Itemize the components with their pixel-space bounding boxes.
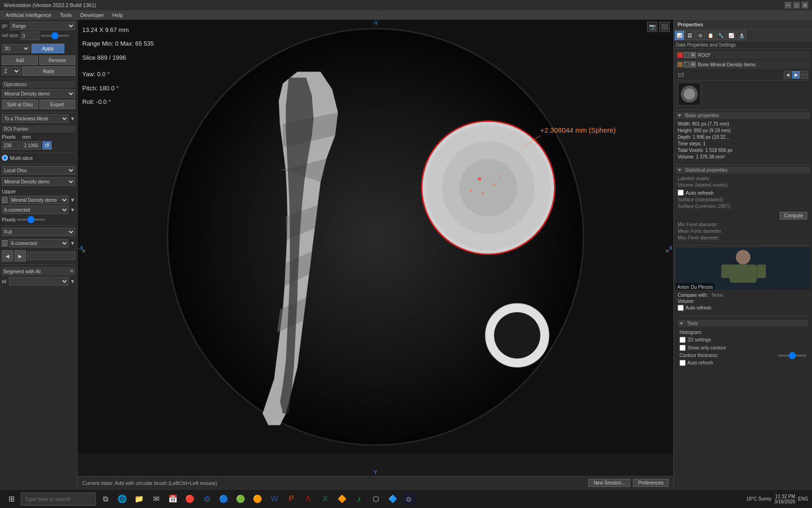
mm-label: mm bbox=[22, 134, 31, 140]
auto-refresh-checkbox[interactable] bbox=[678, 190, 684, 196]
show-only-contour-checkbox[interactable] bbox=[679, 345, 686, 351]
svg-point-8 bbox=[493, 183, 495, 186]
excel-icon[interactable]: X bbox=[318, 492, 333, 507]
kernel-size-input[interactable] bbox=[21, 32, 39, 40]
word-icon[interactable]: W bbox=[267, 492, 282, 507]
axis-select[interactable]: Z bbox=[2, 67, 21, 75]
app-icon-3[interactable]: 🟢 bbox=[233, 492, 248, 507]
mineral-density3-select[interactable]: Mineral Density demo bbox=[9, 196, 69, 204]
close-button[interactable]: ✕ bbox=[802, 2, 808, 8]
roi-painter-section: ROI Painter Pixels mm ↺ bbox=[2, 126, 75, 150]
mode-select[interactable]: 3D bbox=[2, 44, 30, 53]
app-icon-6[interactable]: ⬡ bbox=[368, 492, 383, 507]
pixels-input[interactable] bbox=[2, 141, 21, 150]
menu-ai[interactable]: Artificial Intelligence bbox=[2, 11, 55, 19]
reset-button[interactable]: ↺ bbox=[42, 141, 52, 150]
connected-select[interactable]: 6-connected bbox=[2, 206, 69, 214]
compare-auto-refresh-label[interactable]: Auto refresh bbox=[678, 305, 711, 311]
menu-developer[interactable]: Developer bbox=[77, 11, 108, 19]
2d-settings-checkbox[interactable] bbox=[679, 337, 686, 343]
auto-refresh-row: Auto refresh bbox=[676, 189, 810, 197]
surface-lorensen-row: Surface (Lorensen 1987): bbox=[676, 203, 810, 210]
segment-ai-close[interactable]: ✕ bbox=[70, 268, 74, 274]
compute-button[interactable]: Compute bbox=[780, 212, 807, 220]
tools-auto-refresh-checkbox[interactable] bbox=[679, 360, 686, 366]
acrobat-icon[interactable]: A bbox=[301, 492, 316, 507]
thickness-arrow[interactable]: ▼ bbox=[70, 116, 75, 121]
tab-icon-7[interactable]: 🔬 bbox=[737, 31, 746, 40]
viewport[interactable]: +2.308044 mm (Sphere) 13.24 X 9.67 mm Ra… bbox=[78, 20, 673, 476]
tab-icon-4[interactable]: 📋 bbox=[706, 31, 715, 40]
task-view-icon[interactable]: ⧉ bbox=[98, 492, 113, 507]
add-button[interactable]: Add bbox=[2, 56, 38, 65]
apply-button-2[interactable]: Apply bbox=[22, 66, 75, 76]
start-button[interactable]: ⊞ bbox=[4, 492, 19, 507]
multislice-radio[interactable] bbox=[2, 155, 8, 161]
powerpoint-icon[interactable]: P bbox=[284, 492, 299, 507]
mineral-density-select[interactable]: Mineral Density demo bbox=[2, 89, 75, 98]
md3-arrow[interactable]: ▼ bbox=[70, 197, 75, 203]
tab-icon-2[interactable]: 🖼 bbox=[685, 31, 695, 40]
mail-icon[interactable]: ✉ bbox=[148, 492, 164, 507]
edge-browser-icon[interactable]: 🌐 bbox=[115, 492, 130, 507]
app-icon-8[interactable]: ⊙ bbox=[402, 492, 415, 506]
app-icon-2[interactable]: 🔵 bbox=[216, 492, 231, 507]
more-options-button[interactable]: ⋯ bbox=[801, 71, 808, 79]
split-otsu-button[interactable]: Split at Otsu bbox=[2, 100, 38, 109]
mineral-density2-select[interactable]: Mineral Density demo bbox=[2, 177, 75, 186]
action-input[interactable] bbox=[27, 252, 75, 260]
mm-input[interactable] bbox=[22, 141, 41, 150]
auto-refresh-checkbox-label[interactable]: Auto refresh bbox=[678, 190, 808, 196]
el-select[interactable] bbox=[9, 277, 69, 286]
apply-button-1[interactable]: Apply bbox=[31, 44, 64, 53]
app-icon-5[interactable]: 🔶 bbox=[335, 492, 350, 507]
remove-button[interactable]: Remove bbox=[39, 56, 76, 65]
roi-vis-2[interactable]: 👁 bbox=[690, 62, 696, 67]
conn2-arrow[interactable]: ▼ bbox=[70, 240, 75, 246]
local-otsu-select[interactable]: Local Otsu bbox=[2, 166, 75, 175]
show-only-contour-label[interactable]: Show only contour bbox=[679, 345, 726, 351]
contour-thickness-slider[interactable] bbox=[778, 355, 806, 357]
kernel-slider[interactable] bbox=[41, 35, 69, 37]
window-controls[interactable]: ─ □ ✕ bbox=[785, 2, 808, 8]
export-button[interactable]: Export bbox=[39, 100, 76, 109]
pixels2-slider[interactable] bbox=[17, 219, 45, 221]
conn-arrow[interactable]: ▼ bbox=[70, 207, 75, 213]
tools-auto-refresh-label[interactable]: Auto refresh bbox=[679, 360, 713, 366]
next-page-button[interactable]: ▶ bbox=[792, 71, 800, 79]
new-session-button[interactable]: New Session... bbox=[588, 479, 630, 487]
menu-help[interactable]: Help bbox=[109, 11, 127, 19]
roi-name-1: ROI3* bbox=[698, 53, 809, 58]
action-btn-2[interactable]: ▶ bbox=[15, 250, 26, 262]
tab-icon-3[interactable]: ⚙ bbox=[695, 31, 705, 40]
connected2-select[interactable]: 6-connected bbox=[9, 239, 69, 247]
explorer-icon[interactable]: 📁 bbox=[132, 492, 147, 507]
tab-icon-6[interactable]: 📈 bbox=[726, 31, 736, 40]
app-icon-7[interactable]: 🔷 bbox=[385, 492, 400, 507]
minimize-button[interactable]: ─ bbox=[785, 2, 791, 8]
app-icon-4[interactable]: 🟠 bbox=[250, 492, 265, 507]
menu-tools[interactable]: Tools bbox=[56, 11, 76, 19]
tab-data-properties[interactable]: 📊 bbox=[675, 31, 684, 40]
calendar-icon[interactable]: 📅 bbox=[165, 492, 180, 507]
maximize-button[interactable]: □ bbox=[793, 2, 800, 8]
roi-vis-1[interactable]: 👁 bbox=[690, 52, 696, 58]
screenshot-button[interactable]: 📷 bbox=[647, 22, 657, 32]
2d-settings-label[interactable]: 2D settings bbox=[679, 337, 711, 343]
taskbar-search[interactable] bbox=[21, 492, 96, 506]
action-btn-1[interactable]: ◀ bbox=[2, 250, 13, 262]
compare-auto-refresh-checkbox[interactable] bbox=[678, 305, 684, 311]
app-icon-1[interactable]: 🔴 bbox=[182, 492, 197, 507]
prev-page-button[interactable]: ◀ bbox=[784, 71, 791, 79]
tab-icon-5[interactable]: 🔧 bbox=[716, 31, 726, 40]
thickness-select[interactable]: To a Thickness Mesh bbox=[2, 114, 69, 123]
chrome-icon[interactable]: ⊙ bbox=[199, 492, 214, 507]
preferences-button[interactable]: Preferences bbox=[633, 479, 669, 487]
video-feed: Anton Du Plessis bbox=[676, 247, 810, 290]
clock-area: 11:32 PM 3/16/2026 bbox=[774, 494, 796, 504]
range-select[interactable]: Range bbox=[10, 22, 75, 30]
view-mode-button[interactable]: ⬛ bbox=[659, 22, 670, 32]
spotify-icon[interactable]: ♪ bbox=[351, 492, 367, 507]
el-arrow[interactable]: ▼ bbox=[70, 278, 75, 284]
full-select[interactable]: Full bbox=[2, 228, 75, 236]
